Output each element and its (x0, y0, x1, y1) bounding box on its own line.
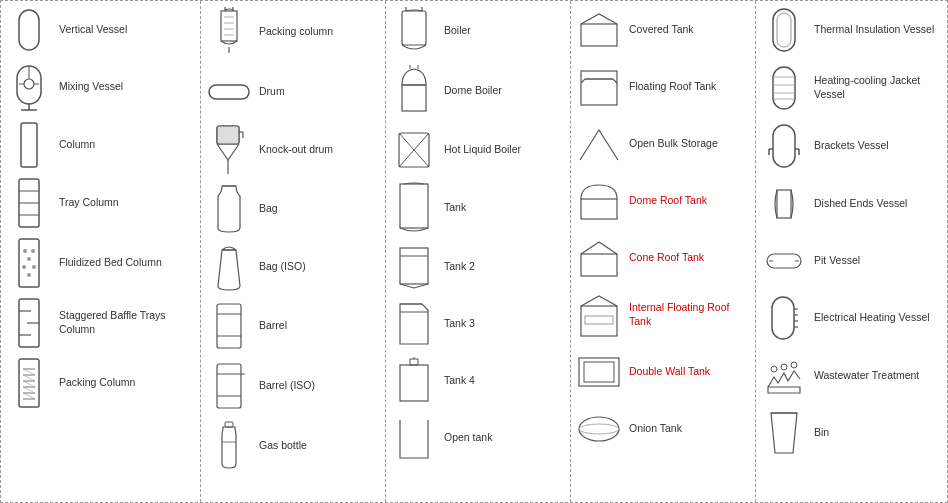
item-barrel-iso[interactable]: Barrel (ISO) (201, 356, 385, 416)
column-label: Column (59, 138, 95, 152)
svg-rect-31 (221, 11, 237, 41)
column-icon (7, 121, 51, 169)
tank4-icon (392, 357, 436, 405)
item-boiler[interactable]: Boiler (386, 1, 570, 61)
bag-iso-icon (207, 242, 251, 292)
item-gas-bottle[interactable]: Gas bottle (201, 416, 385, 476)
item-thermal-insulation-vessel[interactable]: Thermal Insulation Vessel (756, 1, 948, 59)
double-wall-tank-label: Double Wall Tank (629, 365, 710, 379)
item-cone-roof-tank[interactable]: Cone Roof Tank (571, 229, 755, 286)
electrical-heating-vessel-icon (762, 293, 806, 343)
barrel-label: Barrel (259, 319, 287, 333)
item-electrical-heating-vessel[interactable]: Electrical Heating Vessel (756, 289, 948, 347)
open-tank-icon (392, 416, 436, 460)
item-packing-column-col1[interactable]: Packing Column (1, 353, 200, 413)
item-staggered-baffle-trays-column[interactable]: Staggered Baffle Trays Column (1, 293, 200, 353)
packing-column-label: Packing column (259, 25, 333, 39)
item-pit-vessel[interactable]: Pit Vessel (756, 232, 948, 289)
brackets-vessel-label: Brackets Vessel (814, 139, 889, 153)
floating-roof-tank-label: Floating Roof Tank (629, 80, 716, 94)
item-bag-iso[interactable]: Bag (ISO) (201, 238, 385, 296)
item-heating-cooling-jacket-vessel[interactable]: Heating-cooling Jacket Vessel (756, 59, 948, 117)
svg-rect-78 (584, 362, 614, 382)
item-column[interactable]: Column (1, 116, 200, 173)
item-wastewater-treatment[interactable]: Wastewater Treatment (756, 347, 948, 404)
tray-column-label: Tray Column (59, 196, 119, 210)
bin-label: Bin (814, 426, 829, 440)
tank3-icon (392, 300, 436, 348)
onion-tank-icon (577, 414, 621, 444)
knock-out-drum-label: Knock-out drum (259, 143, 333, 157)
pit-vessel-label: Pit Vessel (814, 254, 860, 268)
bin-icon (762, 409, 806, 457)
item-open-tank[interactable]: Open tank (386, 409, 570, 466)
item-hot-liquid-boiler[interactable]: Hot Liquid Boiler (386, 121, 570, 178)
svg-rect-71 (581, 71, 617, 105)
svg-rect-97 (772, 297, 794, 339)
electrical-heating-vessel-label: Electrical Heating Vessel (814, 311, 930, 325)
packing-column-col1-label: Packing Column (59, 376, 135, 390)
item-tray-column[interactable]: Tray Column (1, 173, 200, 233)
svg-rect-54 (402, 11, 426, 45)
item-tank3[interactable]: Tank 3 (386, 295, 570, 352)
hot-liquid-boiler-label: Hot Liquid Boiler (444, 143, 521, 157)
item-covered-tank[interactable]: Covered Tank (571, 1, 755, 58)
item-dished-ends-vessel[interactable]: Dished Ends Vessel (756, 175, 948, 232)
item-mixing-vessel[interactable]: Mixing Vessel (1, 58, 200, 116)
item-onion-tank[interactable]: Onion Tank (571, 400, 755, 457)
svg-rect-67 (400, 365, 428, 401)
gas-bottle-icon (207, 420, 251, 472)
svg-rect-45 (217, 304, 241, 348)
item-bin[interactable]: Bin (756, 404, 948, 461)
barrel-iso-icon (207, 360, 251, 412)
item-fluidized-bed-column[interactable]: Fluidized Bed Column (1, 233, 200, 293)
svg-rect-75 (581, 306, 617, 336)
item-dome-boiler[interactable]: Dome Boiler (386, 61, 570, 121)
double-wall-tank-icon (577, 354, 621, 390)
gas-bottle-label: Gas bottle (259, 439, 307, 453)
internal-floating-roof-tank-label: Internal Floating Roof Tank (629, 301, 749, 328)
tray-column-icon (7, 177, 51, 229)
dome-boiler-icon (392, 65, 436, 117)
item-tank2[interactable]: Tank 2 (386, 238, 570, 295)
packing-column-icon (207, 5, 251, 59)
item-packing-column[interactable]: Packing column (201, 1, 385, 63)
item-vertical-vessel[interactable]: Vertical Vessel (1, 1, 200, 58)
item-bag[interactable]: Bag (201, 180, 385, 238)
item-tank4[interactable]: Tank 4 (386, 352, 570, 409)
item-dome-roof-tank[interactable]: Dome Roof Tank (571, 172, 755, 229)
open-bulk-storage-label: Open Bulk Storage (629, 137, 718, 151)
boiler-label: Boiler (444, 24, 471, 38)
item-barrel[interactable]: Barrel (201, 296, 385, 356)
item-double-wall-tank[interactable]: Double Wall Tank (571, 343, 755, 400)
svg-rect-83 (773, 67, 795, 109)
fluidized-bed-column-icon (7, 237, 51, 289)
tank2-icon (392, 244, 436, 290)
item-drum[interactable]: Drum (201, 63, 385, 120)
mixing-vessel-label: Mixing Vessel (59, 80, 123, 94)
tank-icon (392, 182, 436, 234)
drum-label: Drum (259, 85, 285, 99)
item-floating-roof-tank[interactable]: Floating Roof Tank (571, 58, 755, 115)
item-internal-floating-roof-tank[interactable]: Internal Floating Roof Tank (571, 286, 755, 343)
item-tank[interactable]: Tank (386, 178, 570, 238)
tank2-label: Tank 2 (444, 260, 475, 274)
drum-icon (207, 81, 251, 103)
barrel-icon (207, 300, 251, 352)
brackets-vessel-icon (762, 121, 806, 171)
open-bulk-storage-icon (577, 126, 621, 162)
tank4-label: Tank 4 (444, 374, 475, 388)
item-brackets-vessel[interactable]: Brackets Vessel (756, 117, 948, 175)
svg-point-16 (27, 257, 31, 261)
covered-tank-label: Covered Tank (629, 23, 694, 37)
svg-point-14 (23, 249, 27, 253)
pit-vessel-icon (762, 250, 806, 272)
item-knock-out-drum[interactable]: Knock-out drum (201, 120, 385, 180)
internal-floating-roof-tank-icon (577, 292, 621, 338)
svg-rect-0 (19, 10, 39, 50)
column-1: Vertical Vessel Mixing Vessel (1, 1, 201, 502)
mixing-vessel-icon (7, 62, 51, 112)
knock-out-drum-icon (207, 124, 251, 176)
item-open-bulk-storage[interactable]: Open Bulk Storage (571, 115, 755, 172)
main-grid: Vertical Vessel Mixing Vessel (0, 0, 948, 503)
